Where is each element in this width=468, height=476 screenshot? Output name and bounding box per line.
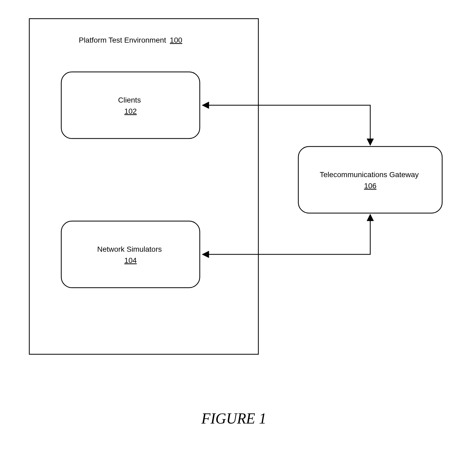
telecom-gateway-label: Telecommunications Gateway 106 bbox=[320, 170, 421, 190]
network-simulators-label: Network Simulators 104 bbox=[97, 245, 164, 265]
svg-rect-0 bbox=[29, 19, 258, 354]
figure-caption: FIGURE 1 bbox=[201, 410, 266, 427]
platform-test-environment-box: Platform Test Environment100 bbox=[29, 19, 258, 354]
svg-rect-3 bbox=[298, 147, 442, 213]
clients-box: Clients 102 bbox=[61, 72, 200, 139]
clients-label: Clients 102 bbox=[118, 96, 143, 115]
connector-netsim-gateway bbox=[202, 214, 370, 254]
diagram-canvas: Platform Test Environment100 Clients 102… bbox=[0, 0, 468, 476]
platform-test-environment-label: Platform Test Environment100 bbox=[79, 36, 182, 44]
network-simulators-box: Network Simulators 104 bbox=[61, 221, 200, 288]
svg-rect-2 bbox=[61, 221, 200, 288]
connector-clients-gateway bbox=[202, 105, 370, 145]
svg-rect-1 bbox=[61, 72, 200, 139]
telecom-gateway-box: Telecommunications Gateway 106 bbox=[298, 147, 442, 213]
